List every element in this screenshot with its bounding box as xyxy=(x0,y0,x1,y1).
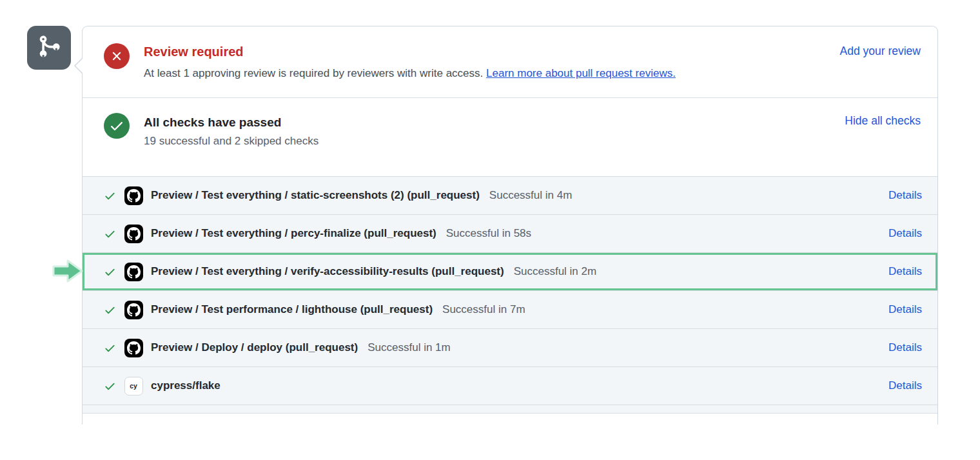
x-icon xyxy=(110,49,124,63)
cypress-avatar: cy xyxy=(124,377,143,395)
check-row-text: Preview / Test everything / verify-acces… xyxy=(151,265,878,278)
github-actions-avatar xyxy=(124,301,143,319)
check-success-icon xyxy=(104,380,116,392)
check-status: Successful in 1m xyxy=(368,341,878,354)
git-merge-icon-box xyxy=(27,26,71,70)
check-row-text: cypress/flake xyxy=(151,379,878,392)
review-required-status-icon xyxy=(104,43,130,69)
check-success-icon xyxy=(104,342,116,354)
check-details-link[interactable]: Details xyxy=(888,379,922,392)
check-success-icon xyxy=(104,266,116,278)
check-success-icon xyxy=(104,190,116,202)
check-row-text: Preview / Test everything / static-scree… xyxy=(151,189,878,202)
check-success-icon xyxy=(104,304,116,316)
learn-more-link[interactable]: Learn more about pull request reviews. xyxy=(486,67,676,79)
git-merge-icon xyxy=(37,34,61,61)
review-required-description-text: At least 1 approving review is required … xyxy=(144,67,483,79)
check-row[interactable]: cy Preview / Deploy / deploy (pull_reque… xyxy=(83,328,937,366)
check-name: Preview / Test everything / verify-acces… xyxy=(151,265,504,278)
check-name: Preview / Test everything / static-scree… xyxy=(151,189,480,202)
check-details-link[interactable]: Details xyxy=(888,227,922,240)
checks-list-tail xyxy=(83,405,937,413)
review-required-body: Review required At least 1 approving rev… xyxy=(144,43,827,81)
github-actions-avatar xyxy=(124,263,143,281)
review-required-description: At least 1 approving review is required … xyxy=(144,66,827,81)
check-row-text: Preview / Deploy / deploy (pull_request)… xyxy=(151,341,878,354)
check-icon xyxy=(109,118,124,134)
check-row[interactable]: cy Preview / Test everything / percy-fin… xyxy=(83,214,937,252)
check-status: Successful in 4m xyxy=(489,189,878,202)
merge-status-card: Review required At least 1 approving rev… xyxy=(82,26,938,425)
check-success-icon xyxy=(104,228,116,240)
review-required-title: Review required xyxy=(144,44,827,60)
next-section-partial xyxy=(83,413,937,425)
check-name: cypress/flake xyxy=(151,379,220,392)
checks-summary-body: All checks have passed 19 successful and… xyxy=(144,113,832,148)
checks-list: cy Preview / Test everything / static-sc… xyxy=(83,176,937,405)
check-row[interactable]: cy cypress/flake Details xyxy=(83,366,937,405)
checks-summary-title: All checks have passed xyxy=(144,115,832,130)
check-row[interactable]: cy Preview / Test everything / static-sc… xyxy=(83,176,937,214)
add-your-review-link[interactable]: Add your review xyxy=(840,43,921,58)
check-name: Preview / Test performance / lighthouse … xyxy=(151,303,433,316)
checks-summary-subtitle: 19 successful and 2 skipped checks xyxy=(144,135,832,148)
check-row-text: Preview / Test everything / percy-finali… xyxy=(151,227,878,240)
github-actions-avatar xyxy=(124,186,143,205)
check-details-link[interactable]: Details xyxy=(888,303,922,316)
check-name: Preview / Test everything / percy-finali… xyxy=(151,227,436,240)
github-actions-avatar xyxy=(124,339,143,357)
checks-passed-status-icon xyxy=(104,113,130,139)
github-actions-avatar xyxy=(124,225,143,243)
card-caret-fill xyxy=(75,59,83,73)
review-required-section: Review required At least 1 approving rev… xyxy=(83,26,937,97)
check-details-link[interactable]: Details xyxy=(888,265,922,278)
check-status: Successful in 58s xyxy=(446,227,878,240)
check-row-text: Preview / Test performance / lighthouse … xyxy=(151,303,878,316)
check-status: Successful in 2m xyxy=(514,265,878,278)
row-pointer-arrow xyxy=(52,259,84,286)
check-details-link[interactable]: Details xyxy=(888,189,922,202)
check-details-link[interactable]: Details xyxy=(888,341,922,354)
check-status: Successful in 7m xyxy=(442,303,878,316)
check-name: Preview / Deploy / deploy (pull_request) xyxy=(151,341,358,354)
checks-summary-section: All checks have passed 19 successful and… xyxy=(83,97,937,176)
check-row[interactable]: cy Preview / Test performance / lighthou… xyxy=(83,290,937,328)
hide-all-checks-link[interactable]: Hide all checks xyxy=(845,113,921,128)
check-row[interactable]: cy Preview / Test everything / verify-ac… xyxy=(83,252,937,290)
svg-text:cy: cy xyxy=(130,383,137,390)
